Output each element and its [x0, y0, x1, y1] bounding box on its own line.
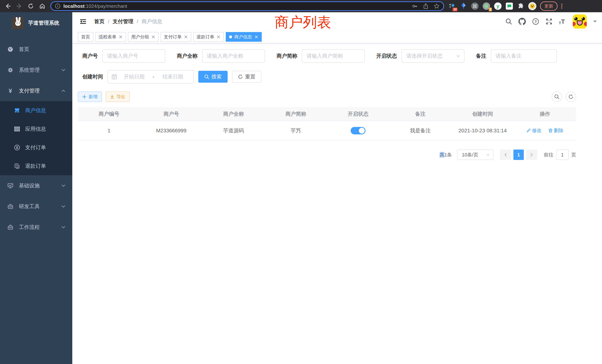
sidebar-item-merchant-info[interactable]: 商户信息 [0, 101, 72, 120]
tag-refund-order[interactable]: 退款订单 [193, 32, 224, 42]
github-icon[interactable] [518, 18, 526, 25]
extension-badge: 1 [489, 8, 492, 11]
cell-actions: 修改 删除 [514, 121, 576, 140]
address-bar[interactable]: localhost:1024/pay/merchant [50, 1, 444, 11]
merchant-no-input[interactable] [102, 49, 165, 63]
user-avatar[interactable] [573, 14, 587, 29]
site-info-icon[interactable] [55, 3, 60, 9]
passwords-key-icon[interactable] [412, 3, 418, 9]
show-search-toggle-button[interactable] [552, 92, 562, 102]
chevron-down-icon [61, 68, 66, 72]
merchant-page-content: 商户号 商户全称 商户简称 开启状态 请选择开启状态 [72, 43, 602, 364]
cell-merchant-id: 1 [78, 121, 140, 140]
prev-page-button[interactable] [500, 150, 511, 160]
page-number-1[interactable]: 1 [513, 150, 524, 160]
breadcrumb-separator: / [108, 19, 109, 24]
col-create-time: 创建时间 [452, 107, 514, 121]
next-page-button[interactable] [526, 150, 537, 160]
tag-home[interactable]: 首页 [78, 32, 93, 42]
close-icon[interactable] [119, 35, 123, 39]
browser-update-button[interactable]: 更新 [540, 1, 558, 11]
tag-user-group[interactable]: 用户分组 [128, 32, 159, 42]
browser-forward-button[interactable] [14, 1, 24, 11]
full-name-input[interactable] [202, 49, 265, 63]
extension-adblock-icon[interactable]: 10 [448, 2, 456, 10]
extension-y-icon[interactable]: y [494, 2, 502, 10]
pencil-icon [526, 128, 531, 133]
delete-link[interactable]: 删除 [548, 127, 563, 134]
help-icon[interactable]: ? [532, 18, 539, 25]
browser-profile-avatar[interactable] [528, 2, 536, 10]
breadcrumb-current: 商户信息 [142, 18, 162, 25]
search-icon[interactable] [505, 18, 512, 25]
sidebar-collapse-icon[interactable] [78, 16, 88, 27]
download-icon [110, 95, 114, 99]
sidebar-item-home[interactable]: 首页 [0, 39, 72, 60]
font-size-icon[interactable]: TT [559, 18, 565, 25]
status-toggle[interactable] [351, 127, 366, 134]
plus-icon [82, 95, 86, 99]
search-button[interactable]: 搜索 [198, 71, 228, 83]
short-name-input[interactable] [302, 49, 365, 63]
refresh-icon [238, 74, 243, 79]
share-icon[interactable] [423, 3, 429, 9]
edit-link[interactable]: 修改 [526, 127, 542, 134]
close-icon[interactable] [184, 35, 188, 39]
extension-green-chat-icon[interactable] [505, 2, 513, 10]
page-unit-label: 页 [571, 152, 576, 158]
reset-button[interactable]: 重置 [232, 71, 261, 83]
close-icon[interactable] [216, 35, 221, 39]
chevron-right-icon [529, 152, 534, 157]
add-button[interactable]: 新增 [78, 92, 102, 102]
avatar-dropdown-icon[interactable] [593, 21, 597, 24]
extensions-puzzle-icon[interactable] [517, 2, 525, 10]
export-button[interactable]: 导出 [106, 92, 130, 102]
sidebar-item-infrastructure[interactable]: 基础设施 [0, 175, 72, 196]
sidebar-item-workflow[interactable]: 工作流程 [0, 217, 72, 238]
search-icon [204, 74, 209, 79]
browser-back-button[interactable] [3, 1, 13, 11]
create-time-range-picker[interactable]: 开始日期 - 结束日期 [108, 70, 194, 83]
toolbox-icon [7, 204, 13, 209]
col-remark: 备注 [389, 107, 452, 121]
close-icon[interactable] [151, 35, 155, 39]
close-icon[interactable] [254, 35, 258, 39]
sidebar-logo[interactable]: 芋道管理系统 [0, 12, 72, 34]
bookmark-star-icon[interactable] [434, 3, 440, 9]
breadcrumb-home[interactable]: 首页 [94, 18, 105, 25]
tag-pay-order[interactable]: 支付订单 [161, 32, 191, 42]
date-end-placeholder: 结束日期 [156, 73, 190, 80]
tag-process-form[interactable]: 流程表单 [95, 32, 126, 42]
browser-home-button[interactable] [37, 1, 47, 11]
grid-icon [14, 127, 20, 131]
sidebar-item-pay-order[interactable]: 支付订单 [0, 138, 72, 157]
date-start-placeholder: 开始日期 [117, 73, 151, 80]
cell-merchant-no: M233666999 [140, 121, 202, 140]
tag-merchant-info[interactable]: 商户信息 [226, 32, 262, 42]
sidebar-item-dev-tools[interactable]: 研发工具 [0, 196, 72, 217]
breadcrumb-separator: / [137, 19, 138, 24]
page-size-select[interactable]: 10条/页 [457, 150, 493, 160]
chevron-down-icon [456, 54, 460, 58]
refresh-table-button[interactable] [566, 92, 576, 102]
sidebar-item-system[interactable]: 系统管理 [0, 60, 72, 80]
sidebar-item-refund-order[interactable]: 退款订单 [0, 157, 72, 175]
browser-menu-icon[interactable] [560, 3, 563, 9]
browser-reload-button[interactable] [26, 1, 36, 11]
extension-command-icon[interactable] [471, 2, 479, 10]
sidebar-item-label: 退款订单 [25, 162, 46, 170]
fullscreen-icon[interactable] [546, 18, 552, 25]
sidebar-item-payment[interactable]: ¥ 支付管理 [0, 80, 72, 101]
cell-short-name: 芋艿 [265, 121, 327, 140]
breadcrumb-payment[interactable]: 支付管理 [113, 18, 133, 25]
trash-icon [548, 128, 553, 133]
breadcrumb: 首页 / 支付管理 / 商户信息 [94, 18, 162, 25]
pagination: 共1条 10条/页 1 前往 页 [78, 150, 576, 160]
status-select[interactable]: 请选择开启状态 [401, 49, 464, 63]
extension-tampermonkey-icon[interactable]: 1 [482, 2, 490, 10]
remark-input[interactable] [491, 49, 557, 63]
extension-kite-icon[interactable] [459, 2, 467, 10]
yen-circle-icon [14, 145, 20, 150]
sidebar-item-app-info[interactable]: 应用信息 [0, 120, 72, 138]
goto-page-input[interactable] [556, 150, 569, 160]
